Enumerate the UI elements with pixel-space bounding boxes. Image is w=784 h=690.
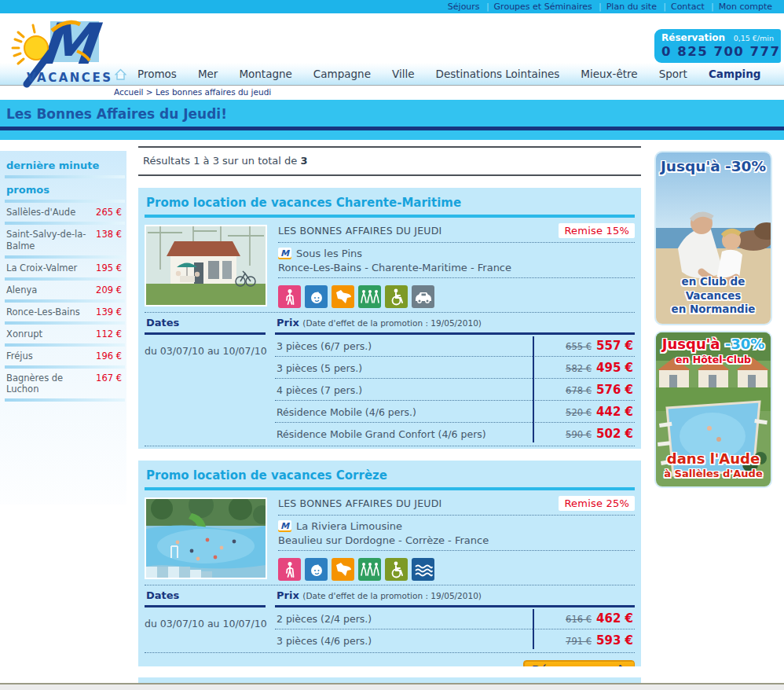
new-price: 593 € (596, 633, 633, 648)
sidebar-item-ronce-les-bains[interactable]: Ronce-Les-Bains 139 € (5, 303, 126, 321)
sidebar-heading-derniere-minute[interactable]: dernière minute (5, 154, 126, 175)
divider (278, 550, 635, 551)
discount-badge: Remise 25% (559, 496, 635, 511)
promo-banners: Jusqu'à -30% en Club de Vacances en Norm… (654, 151, 772, 488)
sidebar-item-price: 195 € (96, 262, 122, 273)
sidebar-heading-promos[interactable]: promos (5, 178, 126, 200)
sidebar-item-la-croix-valmer[interactable]: La Croix-Valmer 195 € (5, 259, 126, 277)
results-text: Résultats 1 à 3 sur un total de (143, 155, 300, 167)
content: dernière minute promos Sallèles-d'Aude 2… (0, 140, 784, 690)
residence-name[interactable]: Sous les Pins (296, 248, 362, 259)
price-row: 3 pièces (5 pers.) 582 €495 € (275, 357, 635, 379)
topbar-link-mon-compte[interactable]: Mon compte (712, 2, 779, 12)
price-header: Prix (277, 317, 299, 328)
divider (145, 605, 266, 607)
reservation-box: Réservation 0,15 €/min 0 825 700 777 (654, 29, 781, 63)
dates-header: Dates (145, 317, 275, 328)
nav-item-destinations-lointaines[interactable]: Destinations Lointaines (435, 68, 559, 80)
sidebar-item-price: 196 € (96, 351, 122, 362)
topbar-link-sejours[interactable]: Séjours (441, 2, 487, 12)
reservation-phone: 0 825 700 777 (661, 44, 774, 59)
divider (5, 398, 125, 402)
new-price: 576 € (596, 383, 633, 397)
residence-name[interactable]: La Riviera Limousine (296, 520, 402, 532)
new-price: 442 € (596, 405, 633, 419)
banner-caption-line: en Club de Vacances (656, 275, 771, 303)
sidebar-item-name: Ronce-Les-Bains (6, 306, 80, 318)
reservation-label: Réservation (661, 32, 725, 43)
residence-photo[interactable] (145, 497, 267, 579)
new-price: 462 € (596, 611, 633, 626)
old-price: 520 € (566, 407, 592, 418)
divider (278, 277, 635, 278)
new-price: 495 € (596, 361, 633, 375)
banner-caption: dans l'Aude à Sallèles d'Aude (656, 450, 771, 481)
reservation-rate: 0,15 €/min (734, 34, 774, 42)
sidebar-item-frejus[interactable]: Fréjus 196 € (5, 347, 126, 365)
page-title: Les Bonnes Affaires du Jeudi! (0, 100, 784, 122)
topbar-link-groupes[interactable]: Groupes et Séminaires (487, 2, 599, 12)
nav-item-mieux-etre[interactable]: Mieux-être (581, 68, 637, 80)
price-row: 3 pièces (4/6 pers.) 791 €593 € (275, 629, 635, 651)
price-row: Résidence Mobile (4/6 pers.) 520 €442 € (275, 401, 635, 423)
card-title[interactable]: Promo location de vacances Corrèze (145, 461, 635, 487)
sidebar-item-bagneres[interactable]: Bagnères de Luchon 167 € (5, 369, 126, 399)
nav-item-camping[interactable]: Camping (709, 68, 761, 80)
nav-item-promos[interactable]: Promos (137, 68, 177, 80)
wheelchair-icon (385, 558, 408, 581)
divider (145, 332, 266, 335)
results-column: Résultats 1 à 3 sur un total de 3 Promo … (138, 146, 641, 690)
room-type: Résidence Mobile Grand Confort (4/6 pers… (277, 428, 486, 440)
discount-badge: Remise 15% (559, 223, 635, 238)
old-price: 655 € (566, 341, 592, 352)
card-title[interactable]: Promo location de vacances Charente-Mari… (145, 188, 635, 215)
nav-item-campagne[interactable]: Campagne (313, 68, 371, 80)
bottom-edge-strip (0, 683, 784, 690)
mvacances-logo[interactable]: M VACANCES (5, 15, 134, 97)
nav-item-ville[interactable]: Ville (392, 68, 415, 80)
card-title-underline (145, 215, 635, 218)
old-price: 678 € (566, 385, 592, 396)
sidebar-item-xonrupt[interactable]: Xonrupt 112 € (5, 325, 126, 343)
sidebar-item-price: 167 € (96, 373, 122, 384)
divider (145, 585, 635, 585)
banner-aude[interactable]: Jusqu'à -30% en Hôtel-Club dans l'Aude à… (654, 331, 772, 488)
promo-card-correze: Promo location de vacances Corrèze (138, 461, 641, 666)
dates-value: du 03/07/10 au 10/07/10 (145, 618, 275, 629)
banner-headline: Jusqu'à -30% (656, 158, 771, 174)
logo-text: VACANCES (27, 71, 112, 85)
price-row: 4 pièces (7 pers.) 678 €576 € (275, 379, 635, 401)
nav-item-montagne[interactable]: Montagne (239, 68, 291, 80)
chevron-right-icon (619, 665, 626, 666)
amenity-icons (278, 285, 635, 308)
topbar-link-contact[interactable]: Contact (664, 2, 712, 12)
wheelchair-icon (385, 285, 408, 308)
nav-item-mer[interactable]: Mer (198, 68, 218, 80)
dates-value: du 03/07/10 au 10/07/10 (145, 345, 275, 357)
sidebar-item-alenya[interactable]: Alenya 209 € (5, 281, 126, 299)
sidebar-item-name: Alenya (6, 284, 37, 296)
reserve-button[interactable]: Réserver (523, 660, 635, 666)
title-underline-bar (0, 127, 784, 130)
banner-caption: en Club de Vacances en Normandie (656, 275, 771, 317)
header: M VACANCES (0, 13, 784, 63)
hiker-icon (278, 558, 301, 581)
banner-normandie[interactable]: Jusqu'à -30% en Club de Vacances en Norm… (654, 151, 772, 325)
banner-caption-line: à Sallèles d'Aude (656, 468, 771, 481)
sidebar-item-price: 112 € (96, 328, 122, 339)
sidebar-item-salleles[interactable]: Sallèles-d'Aude 265 € (5, 203, 126, 222)
card-title-underline (145, 487, 635, 490)
old-price: 616 € (566, 614, 592, 625)
pets-icon (332, 285, 354, 308)
reserve-button-label: Réserver (532, 663, 585, 666)
topbar-link-plan-du-site[interactable]: Plan du site (599, 2, 664, 12)
divider (145, 312, 635, 313)
nav-item-sport[interactable]: Sport (659, 68, 687, 80)
sidebar-item-saint-salvy[interactable]: Saint-Salvy-de-la-Balme 138 € (5, 225, 126, 255)
sidebar: dernière minute promos Sallèles-d'Aude 2… (0, 151, 126, 505)
price-header: Prix (277, 589, 299, 601)
price-note: (Date d'effet de la promotion : 19/05/20… (302, 318, 482, 328)
sidebar-item-price: 209 € (96, 284, 122, 295)
price-row: 2 pièces (2/4 pers.) 616 €462 € (275, 607, 635, 629)
residence-photo[interactable] (145, 225, 267, 306)
